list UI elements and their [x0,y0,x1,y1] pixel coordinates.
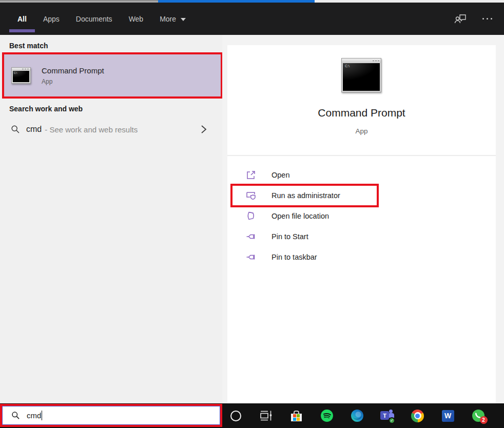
chevron-down-icon [181,18,186,21]
action-pin-to-start[interactable]: Pin to Start [227,226,496,247]
best-match-texts: Command Prompt App [42,66,104,85]
web-suggestion-query: cmd [26,125,42,134]
action-run-as-administrator[interactable]: Run as administrator [227,185,496,206]
spotify-icon[interactable] [312,403,342,428]
search-icon [11,125,20,134]
open-file-location-icon [246,211,256,221]
action-open-file-location-label: Open file location [272,212,329,220]
divider [227,155,496,156]
action-list: Open Run as administrator Open file loca… [227,165,496,267]
taskbar-icons: T ✓ W 2 [221,403,493,428]
header-actions [454,3,494,35]
run-as-admin-icon [246,190,256,201]
action-open[interactable]: Open [227,165,496,185]
chrome-icon[interactable] [402,403,433,428]
best-match-header: Best match [9,42,48,50]
best-match-result-command-prompt[interactable]: C:\ Command Prompt App [2,52,223,99]
best-match-title: Command Prompt [42,66,104,75]
action-open-label: Open [272,171,289,179]
feedback-icon[interactable] [454,13,467,25]
preview-app-title: Command Prompt [227,107,496,119]
preview-card: C:\ Command Prompt App Open Run as a [227,45,496,403]
tab-all-label: All [17,15,27,23]
tab-web[interactable]: Web [121,3,152,35]
results-panel: Best match C:\ Command Prompt App Search… [0,35,222,403]
whatsapp-notification-badge: 2 [480,416,488,424]
windows-search-flyout: All Apps Documents Web More Best match [0,0,504,428]
web-section-header: Search work and web [9,105,83,113]
whatsapp-icon[interactable]: 2 [463,403,493,428]
preview-app-subtitle: App [227,127,496,135]
microsoft-store-icon[interactable] [281,403,312,428]
best-match-subtitle: App [42,78,104,85]
command-prompt-icon: C:\ [341,58,381,92]
preview-panel: C:\ Command Prompt App Open Run as a [222,35,504,403]
teams-icon[interactable]: T ✓ [372,403,402,428]
cmd-prompt-text: C:\ [345,64,350,68]
task-view-icon[interactable] [251,403,281,428]
word-icon[interactable]: W [433,403,463,428]
search-header: All Apps Documents Web More [0,3,504,35]
action-pin-to-start-label: Pin to Start [272,232,308,241]
search-input[interactable]: cmd [2,406,220,425]
edge-icon[interactable] [342,403,372,428]
pin-icon [246,231,256,242]
tab-all[interactable]: All [9,3,35,35]
tab-documents-label: Documents [76,15,112,23]
cortana-icon[interactable] [221,403,251,428]
more-options-icon[interactable] [480,13,494,25]
tab-documents[interactable]: Documents [68,3,121,35]
search-icon [11,411,20,420]
cmd-prompt-text: C:\ [14,71,17,74]
chevron-right-icon[interactable] [200,124,207,134]
search-filter-tabs: All Apps Documents Web More [9,3,194,35]
web-suggestion-hint: - See work and web results [45,125,138,134]
action-pin-to-taskbar[interactable]: Pin to taskbar [227,247,496,267]
word-letter: W [444,412,451,420]
open-icon [246,170,256,180]
pin-icon [246,252,256,262]
text-caret [42,411,42,420]
taskbar: cmd [0,403,504,428]
action-pin-to-taskbar-label: Pin to taskbar [272,253,317,261]
search-input-value: cmd [27,411,41,420]
tab-apps[interactable]: Apps [35,3,68,35]
taskbar-search-box[interactable]: cmd [0,404,222,427]
teams-letter: T [383,413,386,419]
action-open-file-location[interactable]: Open file location [227,206,496,226]
tab-more-label: More [160,15,176,23]
tab-apps-label: Apps [43,15,60,23]
command-prompt-icon: C:\ [11,67,31,84]
teams-status-check: ✓ [389,417,395,424]
tab-web-label: Web [129,15,144,23]
action-run-as-administrator-label: Run as administrator [272,191,340,200]
web-suggestion-row[interactable]: cmd - See work and web results [0,118,222,141]
tab-more[interactable]: More [151,3,194,35]
